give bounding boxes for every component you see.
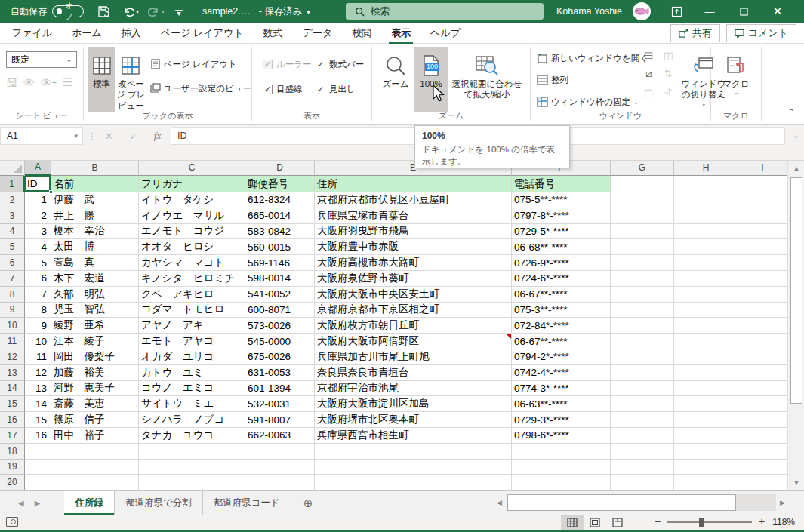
- cell-E8[interactable]: 大阪府大阪市中央区安土町: [315, 287, 512, 303]
- cell-A18[interactable]: [25, 444, 51, 460]
- cell-G4[interactable]: [611, 224, 674, 240]
- cell-D4[interactable]: 583-0842: [245, 224, 315, 240]
- cell-H19[interactable]: [674, 460, 738, 475]
- zoom-out-button[interactable]: −: [651, 515, 664, 527]
- tab-home[interactable]: ホーム: [62, 23, 112, 44]
- cell-D10[interactable]: 573-0026: [245, 318, 315, 334]
- normal-view-button[interactable]: 標準: [88, 47, 115, 112]
- cell-C2[interactable]: イトウ タケシ: [139, 192, 245, 208]
- cell-D15[interactable]: 532-0031: [245, 396, 315, 412]
- cell-B4[interactable]: 榎本 幸治: [51, 224, 139, 240]
- row-header-2[interactable]: 2: [0, 192, 25, 208]
- cell-F6[interactable]: 0726-9*-****: [512, 255, 611, 271]
- cell-I5[interactable]: [738, 239, 787, 255]
- cell-G19[interactable]: [611, 460, 674, 475]
- row-header-18[interactable]: 18: [0, 444, 25, 460]
- minimize-button[interactable]: —: [693, 0, 726, 23]
- cell-H2[interactable]: [674, 192, 738, 208]
- cell-C19[interactable]: [139, 460, 245, 475]
- cell-A3[interactable]: 2: [25, 208, 51, 224]
- cell-C13[interactable]: カトウ ユミ: [139, 365, 245, 381]
- cell-E7[interactable]: 大阪府泉佐野市葵町: [315, 271, 512, 287]
- cell-D7[interactable]: 598-0014: [245, 271, 315, 287]
- cell-A6[interactable]: 5: [25, 255, 51, 271]
- cell-B1[interactable]: 名前: [51, 176, 139, 192]
- cell-A7[interactable]: 6: [25, 271, 51, 287]
- cell-C5[interactable]: オオタ ヒロシ: [139, 239, 245, 255]
- cell-I9[interactable]: [738, 303, 787, 318]
- cell-G12[interactable]: [611, 349, 674, 365]
- cell-C16[interactable]: シノハラ ノブコ: [139, 412, 245, 428]
- row-header-6[interactable]: 6: [0, 255, 25, 271]
- select-all-corner[interactable]: [0, 161, 25, 176]
- row-header-10[interactable]: 10: [0, 318, 25, 334]
- cell-G2[interactable]: [611, 192, 674, 208]
- cell-A12[interactable]: 11: [25, 349, 51, 365]
- cell-H16[interactable]: [674, 412, 738, 428]
- row-header-5[interactable]: 5: [0, 239, 25, 255]
- cell-F15[interactable]: 06-63**-****: [512, 396, 611, 412]
- cell-C17[interactable]: タナカ ユウコ: [139, 428, 245, 444]
- cell-I15[interactable]: [738, 396, 787, 412]
- column-header-I[interactable]: I: [738, 161, 787, 176]
- avatar[interactable]: [633, 2, 651, 20]
- cell-G15[interactable]: [611, 396, 674, 412]
- status-page-layout-button[interactable]: [584, 515, 606, 530]
- row-header-20[interactable]: 20: [0, 475, 25, 490]
- row-header-19[interactable]: 19: [0, 460, 25, 475]
- cell-I19[interactable]: [738, 460, 787, 475]
- cell-G3[interactable]: [611, 208, 674, 224]
- search-input[interactable]: 検索: [346, 3, 544, 20]
- row-header-14[interactable]: 14: [0, 381, 25, 397]
- column-header-D[interactable]: D: [245, 161, 315, 176]
- row-header-4[interactable]: 4: [0, 224, 25, 240]
- tab-split-grip[interactable]: ⋮: [481, 498, 489, 508]
- cell-I8[interactable]: [738, 287, 787, 303]
- cell-B9[interactable]: 児玉 智弘: [51, 303, 139, 318]
- cell-I14[interactable]: [738, 381, 787, 397]
- cell-E1[interactable]: 住所: [315, 176, 512, 192]
- cell-A2[interactable]: 1: [25, 192, 51, 208]
- cell-F9[interactable]: 075-3**-****: [512, 303, 611, 318]
- insert-function-button[interactable]: fx: [154, 130, 161, 142]
- cell-H13[interactable]: [674, 365, 738, 381]
- column-header-A[interactable]: A: [25, 161, 51, 176]
- macros-button[interactable]: マクロ ⌄: [713, 47, 759, 112]
- cell-I11[interactable]: [738, 334, 787, 349]
- cell-B2[interactable]: 伊藤 武: [51, 192, 139, 208]
- cell-C18[interactable]: [139, 444, 245, 460]
- tab-file[interactable]: ファイル: [0, 23, 62, 44]
- vertical-scrollbar[interactable]: ▲ ▼: [787, 161, 804, 490]
- column-header-C[interactable]: C: [139, 161, 245, 176]
- new-window-button[interactable]: 新しいウィンドウを開く: [537, 50, 648, 66]
- cell-B12[interactable]: 岡田 優梨子: [51, 349, 139, 365]
- cell-H4[interactable]: [674, 224, 738, 240]
- cell-A20[interactable]: [25, 475, 51, 490]
- cell-H6[interactable]: [674, 255, 738, 271]
- formula-bar-expand-icon[interactable]: ⌄: [793, 131, 799, 140]
- cell-E9[interactable]: 京都府京都市下京区相之町: [315, 303, 512, 318]
- cell-I12[interactable]: [738, 349, 787, 365]
- tab-insert[interactable]: 挿入: [112, 23, 151, 44]
- cell-B16[interactable]: 篠原 信子: [51, 412, 139, 428]
- cell-H17[interactable]: [674, 428, 738, 444]
- cell-C6[interactable]: カヤシマ マコト: [139, 255, 245, 271]
- cell-F12[interactable]: 0794-2*-****: [512, 349, 611, 365]
- comments-button[interactable]: コメント: [726, 24, 796, 42]
- cell-A5[interactable]: 4: [25, 239, 51, 255]
- gridlines-checkbox[interactable]: ✓ 目盛線: [263, 84, 312, 95]
- accessibility-checker-icon[interactable]: [6, 517, 18, 527]
- cell-D9[interactable]: 600-8071: [245, 303, 315, 318]
- cell-D13[interactable]: 631-0053: [245, 365, 315, 381]
- cell-B19[interactable]: [51, 460, 139, 475]
- horizontal-scrollbar-thumb[interactable]: [507, 494, 736, 511]
- cell-A1[interactable]: ID: [25, 176, 51, 192]
- cell-A4[interactable]: 3: [25, 224, 51, 240]
- cell-C11[interactable]: エモト アヤコ: [139, 334, 245, 349]
- cell-B11[interactable]: 江本 綾子: [51, 334, 139, 349]
- cell-E4[interactable]: 大阪府羽曳野市飛鳥: [315, 224, 512, 240]
- cell-H20[interactable]: [674, 475, 738, 490]
- cell-E12[interactable]: 兵庫県加古川市尾上町旭: [315, 349, 512, 365]
- cell-C14[interactable]: コウノ エミコ: [139, 381, 245, 397]
- cell-D1[interactable]: 郵便番号: [245, 176, 315, 192]
